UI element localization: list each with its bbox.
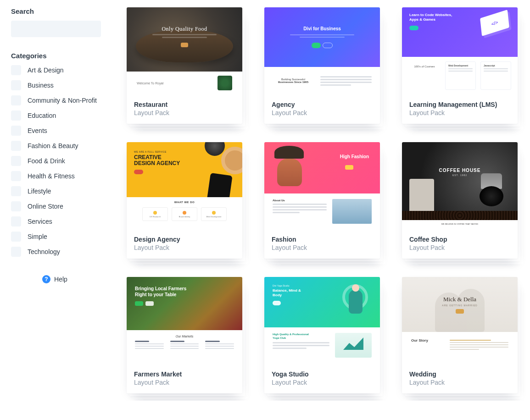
- checkbox-icon[interactable]: [11, 171, 21, 181]
- layout-card-yoga-studio[interactable]: Divi Yoga StudioBalance, Mind &Body High…: [264, 277, 380, 393]
- layout-thumbnail: Bringing Local FarmersRight to your Tabl…: [127, 277, 242, 364]
- checkbox-icon[interactable]: [11, 201, 21, 211]
- layout-title: Learning Management (LMS): [409, 101, 510, 108]
- thumb-cta-icon: [134, 170, 143, 174]
- thumb-cta-icon: [181, 43, 188, 47]
- thumb-band-title: WHAT WE DO: [133, 201, 236, 204]
- help-icon: ?: [42, 275, 50, 283]
- layout-card-farmers-market[interactable]: Bringing Local FarmersRight to your Tabl…: [127, 277, 242, 393]
- category-art-design[interactable]: Art & Design: [11, 65, 101, 75]
- layout-title: Fashion: [272, 236, 373, 243]
- checkbox-icon[interactable]: [11, 141, 21, 151]
- thumb-headline: Apps & Games: [409, 17, 435, 22]
- layout-card[interactable]: High Fashion About Us Fashion Layout Pac…: [264, 142, 380, 259]
- layout-card[interactable]: WE ARE A FULL SERVICE CREATIVEDESIGN AGE…: [127, 142, 242, 259]
- yoga-figure-icon: [340, 282, 372, 321]
- thumb-tagline: ARE GETTING MARRIED: [442, 304, 477, 307]
- dot-icon: [183, 211, 186, 215]
- category-technology[interactable]: Technology: [11, 247, 101, 257]
- layout-title: Restaurant: [134, 101, 235, 108]
- category-label: Online Store: [28, 203, 63, 210]
- layout-subtitle: Layout Pack: [272, 109, 373, 116]
- layout-card-coffee-shop[interactable]: COFFEE HOUSEEST. 1982 WE BELIEVE IN COFF…: [402, 142, 518, 259]
- lens-icon: [205, 142, 225, 156]
- layout-card[interactable]: Only Quality Food Welcome To Royal: [127, 7, 242, 124]
- layout-card[interactable]: Divi for Business Building Successful Bu…: [264, 7, 380, 124]
- coffee-grinder-icon: [474, 173, 508, 216]
- checkbox-icon[interactable]: [11, 247, 21, 257]
- category-label: Simple: [28, 233, 47, 240]
- thumb-headline: Only Quality Food: [127, 26, 242, 33]
- category-simple[interactable]: Simple: [11, 232, 101, 242]
- category-label: Lifestyle: [28, 188, 51, 195]
- category-food-drink[interactable]: Food & Drink: [11, 156, 101, 166]
- layout-card-fashion[interactable]: High Fashion About Us Fashion Layout Pac…: [264, 142, 380, 259]
- layout-card-design-agency[interactable]: WE ARE A FULL SERVICE CREATIVEDESIGN AGE…: [127, 142, 242, 259]
- layout-card[interactable]: Divi Yoga StudioBalance, Mind &Body High…: [264, 277, 380, 393]
- layout-subtitle: Layout Pack: [134, 244, 235, 251]
- thumb-tagline: EST. 1982: [402, 174, 518, 177]
- layout-title: Wedding: [409, 370, 510, 378]
- checkbox-icon[interactable]: [11, 95, 21, 105]
- layout-card-lms[interactable]: Learn to Code Websites,Apps & Games </> …: [402, 7, 518, 124]
- category-label: Business: [28, 82, 54, 89]
- thumb-band-title: Yoga Club: [273, 337, 286, 339]
- checkbox-icon[interactable]: [11, 126, 21, 136]
- thumb-cta-icon: [456, 309, 464, 314]
- category-business[interactable]: Business: [11, 80, 101, 90]
- yoga-pose-icon: [335, 333, 372, 358]
- layout-grid: Only Quality Food Welcome To Royal: [127, 7, 519, 393]
- coffee-beans-icon: [402, 211, 518, 220]
- checkbox-icon[interactable]: [11, 156, 21, 166]
- layout-subtitle: Layout Pack: [272, 244, 373, 251]
- category-community-nonprofit[interactable]: Community & Non-Profit: [11, 95, 101, 105]
- category-education[interactable]: Education: [11, 111, 101, 121]
- layout-card-restaurant[interactable]: Only Quality Food Welcome To Royal: [127, 7, 242, 124]
- layout-card[interactable]: Bringing Local FarmersRight to your Tabl…: [127, 277, 242, 393]
- layout-card[interactable]: Learn to Code Websites,Apps & Games </> …: [402, 7, 518, 124]
- category-health-fitness[interactable]: Health & Fitness: [11, 171, 101, 181]
- thumb-band-title: Our Story: [411, 338, 443, 358]
- model-icon: [272, 146, 313, 192]
- checkbox-icon[interactable]: [11, 111, 21, 121]
- checkbox-icon[interactable]: [11, 216, 21, 227]
- layout-thumbnail: Learn to Code Websites,Apps & Games </> …: [402, 7, 518, 94]
- category-label: Events: [28, 127, 47, 134]
- category-events[interactable]: Events: [11, 126, 101, 136]
- thumb-headline: COFFEE HOUSE: [439, 168, 481, 173]
- thumb-headline: Mick & Della: [443, 296, 476, 303]
- thumb-headline: Learn to Code Websites,: [409, 13, 452, 17]
- category-online-store[interactable]: Online Store: [11, 201, 101, 211]
- layout-title: Design Agency: [134, 236, 235, 243]
- thumb-headline: Body: [273, 293, 282, 297]
- category-label: Technology: [28, 248, 60, 255]
- layout-card[interactable]: Mick & Della ARE GETTING MARRIED Our Sto…: [402, 277, 518, 393]
- checkbox-icon[interactable]: [11, 186, 21, 196]
- category-label: Art & Design: [28, 66, 64, 74]
- thumb-cta-icon: [135, 301, 143, 306]
- layout-thumbnail: Divi for Business Building Successful Bu…: [264, 7, 380, 94]
- thumb-band-text: 100's of Courses: [408, 61, 441, 90]
- category-label: Food & Drink: [28, 157, 65, 165]
- thumb-headline: DESIGN AGENCY: [134, 160, 180, 166]
- layout-card-wedding[interactable]: Mick & Della ARE GETTING MARRIED Our Sto…: [402, 277, 518, 393]
- thumb-headline: CREATIVE: [134, 154, 162, 160]
- checkbox-icon[interactable]: [11, 65, 21, 75]
- checkbox-icon[interactable]: [11, 80, 21, 90]
- checkbox-icon[interactable]: [11, 232, 21, 242]
- thumb-headline: Balance, Mind &: [273, 288, 301, 293]
- category-fashion-beauty[interactable]: Fashion & Beauty: [11, 141, 101, 151]
- thumb-col-label: Web Development: [448, 64, 473, 67]
- layout-thumbnail: WE ARE A FULL SERVICE CREATIVEDESIGN AGE…: [127, 142, 242, 229]
- search-input[interactable]: [11, 21, 101, 37]
- layout-title: Coffee Shop: [409, 236, 510, 243]
- help-link[interactable]: ? Help: [42, 275, 101, 283]
- layout-card[interactable]: COFFEE HOUSEEST. 1982 WE BELIEVE IN COFF…: [402, 142, 518, 259]
- layout-subtitle: Layout Pack: [272, 379, 373, 386]
- layout-card-agency[interactable]: Divi for Business Building Successful Bu…: [264, 7, 380, 124]
- category-services[interactable]: Services: [11, 216, 101, 227]
- categories-list: Art & Design Business Community & Non-Pr…: [11, 65, 101, 257]
- category-lifestyle[interactable]: Lifestyle: [11, 186, 101, 196]
- thumb-band-title: About Us: [273, 199, 327, 202]
- thumb-band-title: Our Markets: [135, 335, 234, 338]
